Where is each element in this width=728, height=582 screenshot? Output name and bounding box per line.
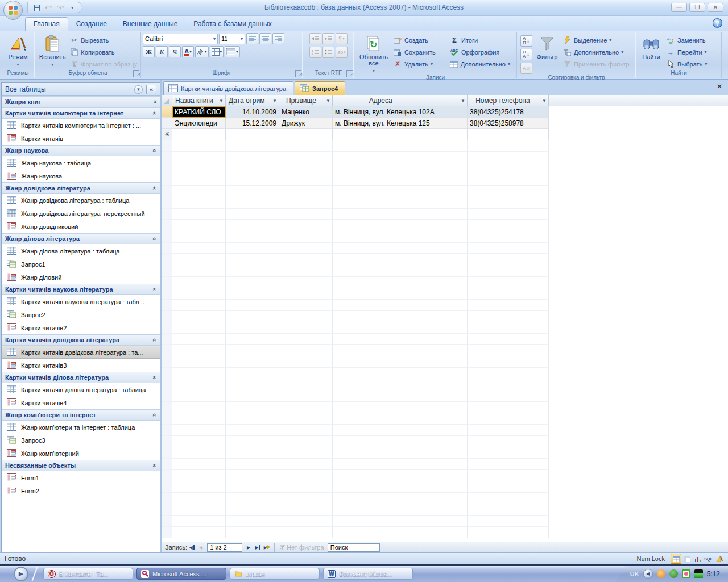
more-records-button[interactable]: Дополнительно ▾: [448, 59, 512, 69]
tab-create[interactable]: Создание: [68, 18, 115, 31]
nav-group-header[interactable]: Картки читачів довідкова література«: [2, 334, 160, 346]
column-dropdown-icon[interactable]: ▼: [271, 98, 277, 103]
cell-nazva-knygy[interactable]: Энциклопеди: [172, 118, 226, 129]
column-header-adresa[interactable]: Адреса▼: [333, 95, 468, 106]
nav-item[interactable]: Form2: [2, 484, 160, 497]
help-icon[interactable]: ?: [713, 18, 722, 28]
goto-button[interactable]: → Перейти ▾: [664, 47, 717, 57]
nav-group-header[interactable]: Картки читачів наукова література«: [2, 284, 160, 295]
nav-group-header[interactable]: Жанр наукова«: [2, 145, 160, 156]
tab-home[interactable]: Главная: [25, 17, 68, 31]
font-color-button[interactable]: A▾: [182, 46, 194, 57]
highlight-icon[interactable]: ab▾: [336, 47, 348, 58]
office-button[interactable]: [3, 1, 23, 20]
selection-filter-button[interactable]: Выделение ▾: [561, 35, 632, 45]
battery-tray-icon[interactable]: [694, 569, 703, 578]
nav-item[interactable]: Запрос3: [2, 434, 160, 447]
nav-item[interactable]: Картки читачів4: [2, 396, 160, 409]
nav-item[interactable]: Жанр ділова література : таблица: [2, 244, 160, 257]
nav-item[interactable]: Жанр наукова : таблица: [2, 156, 160, 169]
close-document-icon[interactable]: ✕: [715, 83, 723, 91]
cell-prizvyshche[interactable]: Дрижук: [279, 118, 333, 129]
toggle-filter-button[interactable]: Применить фильтр: [561, 59, 632, 69]
restore-button[interactable]: ❐: [689, 3, 705, 12]
collapse-group-icon[interactable]: «: [153, 374, 156, 381]
font-dialog-launcher-icon[interactable]: [295, 70, 301, 77]
replace-button[interactable]: abac Заменить: [664, 35, 717, 45]
row-selector[interactable]: [162, 118, 172, 129]
nav-item[interactable]: Жанр діловий: [2, 271, 160, 284]
taskbar-item-kursach[interactable]: курсач: [230, 568, 320, 580]
design-view-icon[interactable]: [714, 554, 725, 564]
hide-tray-icons-icon[interactable]: ◀: [643, 569, 653, 579]
tab-external-data[interactable]: Внешние данные: [115, 18, 186, 31]
column-header-prizvyshche[interactable]: Прізвище▼: [279, 95, 333, 106]
sort-descending-icon[interactable]: ЯА↓: [520, 49, 532, 60]
collapse-group-icon[interactable]: «: [153, 286, 156, 293]
last-record-icon[interactable]: ▶: [253, 543, 262, 552]
nav-item[interactable]: Жанр довідниковий: [2, 220, 160, 233]
sort-ascending-icon[interactable]: АЯ↓: [520, 35, 532, 47]
nav-item[interactable]: Жанр наукова: [2, 169, 160, 182]
column-header-data-otrym[interactable]: Дата отрим▼: [226, 95, 279, 106]
antivirus-tray-icon[interactable]: [669, 569, 678, 578]
nav-item[interactable]: Картки читачів: [2, 132, 160, 145]
format-painter-button[interactable]: Формат по образцу: [68, 59, 139, 69]
language-indicator[interactable]: UK: [630, 571, 639, 577]
collapse-group-icon[interactable]: «: [153, 147, 156, 154]
nav-item[interactable]: Жанр довідкова література_перекрестный: [2, 207, 160, 220]
cell-adresa[interactable]: м. Вінниця, вул. Келецька 102А: [333, 106, 468, 118]
datasheet-view-icon[interactable]: [671, 554, 681, 564]
gridlines-button[interactable]: ▾: [210, 46, 224, 57]
align-center-button[interactable]: [259, 33, 271, 44]
nav-group-header[interactable]: Картки читачів ділова література«: [2, 372, 160, 383]
spelling-button[interactable]: ABC Орфография: [448, 47, 512, 57]
pivotchart-view-icon[interactable]: [692, 554, 703, 564]
align-right-button[interactable]: [272, 33, 284, 44]
nav-item[interactable]: Запрос1: [2, 257, 160, 271]
collapse-group-icon[interactable]: «: [153, 336, 156, 343]
pivottable-view-icon[interactable]: [681, 554, 692, 564]
align-left-button[interactable]: [246, 33, 258, 44]
cell-data-otrym[interactable]: 15.12.2009: [226, 118, 279, 129]
save-record-button[interactable]: Сохранить: [391, 47, 448, 57]
nav-group-header[interactable]: Картки читачів компютери та інтернет«: [2, 107, 160, 119]
nav-group-header[interactable]: Жанр комп'ютери та інтернет«: [2, 409, 160, 421]
nav-item[interactable]: Жанр довідкова література : таблица: [2, 194, 160, 207]
search-input[interactable]: [328, 543, 380, 552]
nav-pane-header[interactable]: Все таблицы ▼ «: [2, 83, 160, 96]
download-manager-tray-icon[interactable]: [682, 569, 690, 578]
new-record-selector[interactable]: ✳: [162, 129, 172, 140]
clipboard-dialog-launcher-icon[interactable]: [133, 70, 139, 77]
cut-button[interactable]: ✂ Вырезать: [68, 35, 139, 45]
doc-tab-kartki[interactable]: Картки читачів довідкова література: [163, 81, 293, 95]
minimize-button[interactable]: —: [671, 3, 687, 12]
sql-view-icon[interactable]: SQL: [703, 554, 714, 564]
nav-item[interactable]: Картки читачів ділова література : табли…: [2, 383, 160, 396]
rich-text-dialog-launcher-icon[interactable]: [346, 70, 353, 77]
nav-menu-dropdown-icon[interactable]: ▼: [134, 85, 143, 94]
tab-database-tools[interactable]: Работа с базами данных: [185, 18, 279, 31]
font-size-select[interactable]: 11▾: [219, 34, 245, 44]
alternate-fill-button[interactable]: ▾: [225, 46, 240, 57]
cell-nazva-knygy[interactable]: КРАТКИЙ СЛО: [172, 106, 226, 118]
column-dropdown-icon[interactable]: ▼: [540, 98, 547, 103]
cell-nomer-telefona[interactable]: 38(04325)258978: [468, 118, 549, 129]
cell-data-otrym[interactable]: 14.10.2009: [226, 106, 279, 118]
text-direction-icon[interactable]: ¶▾: [336, 33, 348, 44]
column-dropdown-icon[interactable]: ▼: [324, 98, 330, 103]
nav-group-header[interactable]: Жанр ділова література«: [2, 233, 160, 244]
column-dropdown-icon[interactable]: ▼: [217, 98, 224, 103]
nav-group-header[interactable]: Жанри книг«: [2, 96, 160, 107]
font-name-select[interactable]: Calibri▾: [143, 34, 218, 44]
column-header-nomer-telefona[interactable]: Номер телефона▼: [468, 95, 549, 106]
collapse-group-icon[interactable]: «: [153, 110, 156, 117]
advanced-filter-button[interactable]: Дополнительно ▾: [561, 47, 632, 57]
taskbar-item-access[interactable]: Microsoft Access ...: [136, 568, 226, 580]
start-button[interactable]: ▶: [14, 567, 28, 581]
find-button[interactable]: Найти: [638, 33, 664, 69]
record-position-box[interactable]: 1 из 2: [207, 543, 242, 552]
taskbar-item-word[interactable]: W Документ Micros...: [323, 568, 413, 580]
cell-nomer-telefona[interactable]: 38(04325)254178: [468, 106, 549, 118]
totals-button[interactable]: Σ Итоги: [448, 35, 512, 45]
